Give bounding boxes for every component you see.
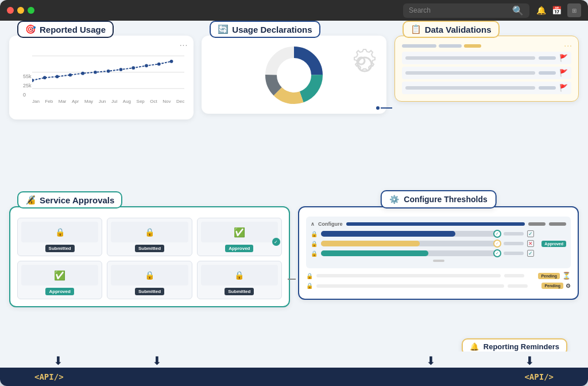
check-col-3: ✓ — [527, 250, 534, 257]
pending-row-2: 🔒 Pending ⚙ — [306, 283, 571, 289]
svg-point-6 — [68, 74, 72, 77]
arrow-3: ⬇ — [426, 354, 436, 368]
approval-card-3: ✅ ✓ Approved — [197, 218, 282, 256]
meta-bar-2 — [504, 242, 524, 245]
reported-usage-header: 🎯 Reported Usage — [17, 21, 114, 38]
approval-badge-5: Submitted — [135, 288, 164, 295]
configure-thresholds-title: Configure Thresholds — [404, 195, 487, 204]
pending-rows: 🔒 Pending ⏳ 🔒 — [306, 272, 571, 289]
calendar-icon[interactable]: 📅 — [552, 6, 562, 15]
approval-screen-4: ✅ — [21, 265, 98, 285]
approvals-grid: 🔒 Submitted 🔒 Submitted — [17, 215, 282, 299]
maximize-button[interactable] — [28, 7, 34, 14]
sync-icon: 🔄 — [218, 24, 229, 34]
svg-point-8 — [94, 71, 97, 74]
chart-svg — [32, 44, 184, 98]
pending-line-1 — [316, 274, 501, 277]
bell-icon: 🔔 — [470, 342, 479, 351]
svg-point-11 — [131, 66, 135, 70]
approval-badge-1: Submitted — [45, 245, 75, 252]
service-approvals-title: Service Approvals — [40, 195, 114, 205]
validations-table: 🚩 🚩 🚩 — [402, 44, 571, 94]
y-label-25k: 25k — [23, 83, 32, 88]
search-bar[interactable]: 🔍 — [403, 3, 529, 18]
threshold-row-1: 🔒 ✓ ✓ — [311, 230, 566, 237]
usage-declarations-header: 🔄 Usage Declarations — [210, 21, 320, 38]
top-row: 🎯 Reported Usage ··· 55k 25k 0 — [9, 30, 579, 182]
x-apr: Apr — [72, 99, 79, 104]
configure-thresholds-card: ∧ Configure 🔒 ✓ — [298, 206, 579, 300]
lock-icon-1: 🔒 — [55, 227, 65, 237]
svg-point-5 — [56, 75, 59, 78]
flag-icon-3: 🚩 — [559, 84, 568, 92]
approval-card-1: 🔒 Submitted — [17, 218, 102, 256]
panel-header-label: Configure — [318, 221, 343, 227]
close-button[interactable] — [7, 7, 14, 14]
connector-line — [288, 279, 296, 280]
arrow-1: ⬇ — [53, 354, 63, 368]
thresholds-panel: ∧ Configure 🔒 ✓ — [306, 217, 571, 268]
settings-icon-pending: ⚙ — [566, 283, 571, 289]
check-box-1a: ✓ — [527, 230, 534, 237]
lock-icon-p1: 🔒 — [306, 273, 313, 279]
chart-container: 55k 25k 0 — [16, 44, 187, 113]
y-label-55k: 55k — [23, 74, 32, 79]
chevron-up-icon: ∧ — [311, 221, 315, 227]
reporting-reminders-title: Reporting Reminders — [483, 342, 559, 351]
usage-declarations-title: Usage Declarations — [232, 25, 312, 34]
scroll-indicator — [311, 260, 566, 262]
search-input[interactable] — [409, 6, 509, 14]
threshold-fill-3 — [321, 250, 428, 256]
approval-card-2: 🔒 Submitted — [107, 218, 192, 256]
pending-row-1: 🔒 Pending ⏳ — [306, 272, 571, 280]
table-row: 🚩 — [402, 52, 571, 64]
reported-usage-card: ··· 55k 25k 0 — [9, 36, 194, 119]
minimize-button[interactable] — [17, 7, 24, 14]
chart-y-labels: 55k 25k 0 — [23, 74, 32, 98]
x-jan: Jan — [32, 99, 40, 104]
lock-icon-t1: 🔒 — [311, 231, 318, 237]
gear-settings-icon: ⚙️ — [389, 195, 399, 204]
notification-icon[interactable]: 🔔 — [536, 6, 546, 15]
table-row: 🚩 — [402, 67, 571, 79]
lock-icon-t3: 🔒 — [311, 250, 318, 257]
svg-point-4 — [43, 76, 47, 79]
svg-point-14 — [170, 60, 173, 63]
approval-screen-3: ✅ ✓ — [201, 222, 278, 242]
approval-screen-6: 🔒 — [201, 265, 278, 285]
validations-more-icon[interactable]: ··· — [564, 41, 572, 50]
chart-x-labels: Jan Feb Mar Apr May Jun Jul Aug Sep Oct … — [32, 99, 184, 104]
x-aug: Aug — [123, 99, 131, 104]
approval-badge-6: Submitted — [225, 288, 254, 295]
titlebar-icons: 🔔 📅 ⊞ — [536, 3, 581, 17]
data-validations-section: 📋 Data Validations ··· — [394, 30, 579, 182]
traffic-lights — [7, 7, 34, 14]
svg-point-7 — [81, 72, 84, 75]
search-icon: 🔍 — [512, 5, 524, 16]
threshold-track-3: ✓ — [321, 250, 500, 256]
threshold-row-2: 🔒 ✓ ✕ Approved — [311, 240, 566, 247]
reported-usage-title: Reported Usage — [40, 25, 106, 34]
service-approvals-card: 🔒 Submitted 🔒 Submitted — [9, 206, 290, 307]
configure-thresholds-section: ⚙️ Configure Thresholds ∧ Configure — [298, 200, 579, 342]
lock-icon-6: 🔒 — [234, 271, 244, 280]
lock-icon-t2: 🔒 — [311, 241, 318, 247]
check-overlay-3: ✓ — [272, 238, 280, 246]
service-approvals-header: 🔏 Service Approvals — [17, 191, 122, 209]
usage-declarations-card — [202, 36, 386, 114]
arrows-row: ⬇ ⬇ ⬇ ⬇ — [0, 352, 588, 368]
svg-point-3 — [32, 79, 34, 82]
approved-check-icon: ✅ — [234, 227, 245, 238]
avatar[interactable]: ⊞ — [567, 3, 581, 17]
approval-badge-2: Submitted — [135, 245, 164, 252]
threshold-fill-2 — [321, 241, 420, 246]
approval-screen-2: 🔒 — [111, 222, 188, 242]
meta-bar-1 — [504, 232, 524, 236]
svg-point-12 — [145, 64, 148, 68]
x-may: May — [84, 99, 93, 104]
x-feb: Feb — [45, 99, 53, 104]
pending-badge-1: Pending — [538, 273, 560, 279]
approval-badge-3: Approved — [225, 245, 253, 252]
flag-icon-1: 🚩 — [559, 54, 568, 62]
approval-screen-5: 🔒 — [111, 265, 188, 285]
